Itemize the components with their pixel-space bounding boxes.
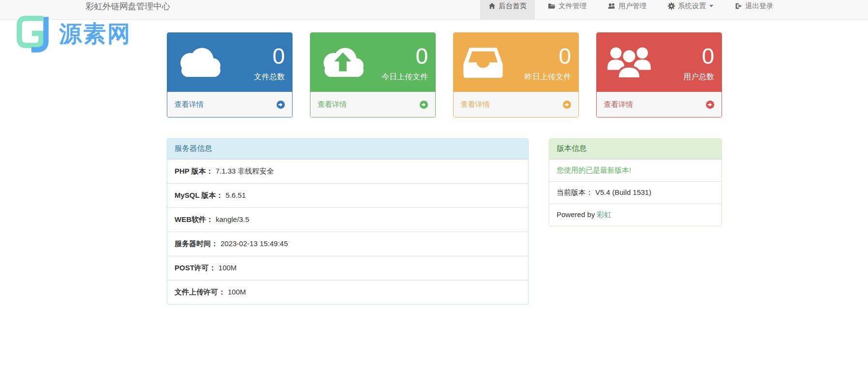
- stat-card-body: 0 昨日上传文件: [454, 33, 578, 92]
- inbox-icon: [462, 33, 512, 92]
- watermark-logo: 源素网: [14, 14, 132, 54]
- nav-item-file-management[interactable]: 文件管理: [540, 0, 595, 19]
- stat-card-body: 0 文件总数: [167, 33, 292, 92]
- stat-cards-row: 0 文件总数 查看详情: [167, 32, 722, 118]
- nav-item-user-management[interactable]: 用户管理: [600, 0, 655, 19]
- server-info-row-mysql: MySQL 版本：5.6.51: [167, 183, 528, 207]
- stat-label: 文件总数: [254, 72, 285, 82]
- stat-value: 0: [272, 44, 285, 68]
- stat-card-yesterday-uploads: 0 昨日上传文件 查看详情: [453, 32, 579, 118]
- view-details-link[interactable]: 查看详情: [167, 92, 292, 117]
- page-title: 彩虹外链网盘管理中心: [86, 0, 170, 12]
- server-info-row-post-limit: POST许可：100M: [167, 256, 528, 280]
- nav-item-logout[interactable]: 退出登录: [726, 0, 781, 19]
- gear-icon: [668, 2, 675, 10]
- server-info-row-php: PHP 版本：7.1.33 非线程安全: [167, 159, 528, 183]
- info-panels-row: 服务器信息 PHP 版本：7.1.33 非线程安全 MySQL 版本：5.6.5…: [167, 138, 722, 305]
- stat-value: 0: [415, 44, 428, 68]
- version-info-panel: 版本信息 您使用的已是最新版本! 当前版本：V5.4 (Build 1531) …: [549, 138, 722, 226]
- view-details-link[interactable]: 查看详情: [310, 92, 435, 117]
- nav-item-system-settings[interactable]: 系统设置: [660, 0, 721, 19]
- main-content: 0 文件总数 查看详情: [167, 32, 722, 305]
- sign-out-icon: [735, 2, 742, 10]
- stat-value: 0: [559, 44, 571, 68]
- view-details-link[interactable]: 查看详情: [597, 92, 721, 117]
- panel-title: 服务器信息: [167, 139, 528, 159]
- version-row-powered-by: Powered by 彩虹: [549, 204, 721, 226]
- cloud-icon: [176, 33, 226, 92]
- caret-down-icon: [709, 5, 713, 7]
- server-info-row-time: 服务器时间：2023-02-13 15:49:45: [167, 232, 528, 256]
- stat-card-body: 0 用户总数: [597, 33, 721, 92]
- version-row-current: 当前版本：V5.4 (Build 1531): [549, 181, 721, 204]
- version-row-latest: 您使用的已是最新版本!: [549, 159, 721, 181]
- nav-item-label: 文件管理: [559, 2, 587, 10]
- stat-value: 0: [702, 44, 714, 68]
- stat-label: 用户总数: [683, 72, 714, 82]
- server-info-row-upload-limit: 文件上传许可：100M: [167, 280, 528, 304]
- users-group-icon: [605, 33, 655, 92]
- server-info-row-webserver: WEB软件：kangle/3.5: [167, 207, 528, 232]
- view-details-link[interactable]: 查看详情: [454, 92, 578, 117]
- admin-dashboard-page: 彩虹外链网盘管理中心 后台首页 文件管理: [0, 0, 868, 382]
- stat-label: 昨日上传文件: [525, 72, 571, 82]
- nav-item-label: 退出登录: [745, 2, 773, 10]
- cloud-upload-icon: [319, 33, 369, 92]
- navbar-menu: 后台首页 文件管理 用户管理: [480, 0, 786, 19]
- nav-item-label: 后台首页: [499, 2, 527, 10]
- stat-card-today-uploads: 0 今日上传文件 查看详情: [310, 32, 436, 118]
- arrow-circle-right-icon: [420, 101, 428, 109]
- watermark-text: 源素网: [59, 19, 132, 49]
- stat-card-body: 0 今日上传文件: [310, 33, 435, 92]
- server-info-panel: 服务器信息 PHP 版本：7.1.33 非线程安全 MySQL 版本：5.6.5…: [167, 138, 529, 305]
- powered-by-link[interactable]: 彩虹: [597, 210, 611, 219]
- nav-item-dashboard[interactable]: 后台首页: [480, 0, 535, 19]
- arrow-circle-right-icon: [563, 101, 571, 109]
- stat-card-users-total: 0 用户总数 查看详情: [596, 32, 722, 118]
- folder-open-icon: [548, 2, 556, 10]
- arrow-circle-right-icon: [706, 101, 714, 109]
- latest-version-message: 您使用的已是最新版本!: [557, 166, 631, 174]
- panel-title: 版本信息: [549, 139, 721, 159]
- gj-monogram-icon: [14, 14, 55, 54]
- home-icon: [488, 2, 496, 10]
- stat-label: 今日上传文件: [382, 72, 428, 82]
- arrow-circle-right-icon: [277, 101, 285, 109]
- users-icon: [608, 2, 616, 10]
- nav-item-label: 系统设置: [678, 2, 706, 10]
- nav-item-label: 用户管理: [618, 2, 647, 10]
- stat-card-files-total: 0 文件总数 查看详情: [167, 32, 293, 118]
